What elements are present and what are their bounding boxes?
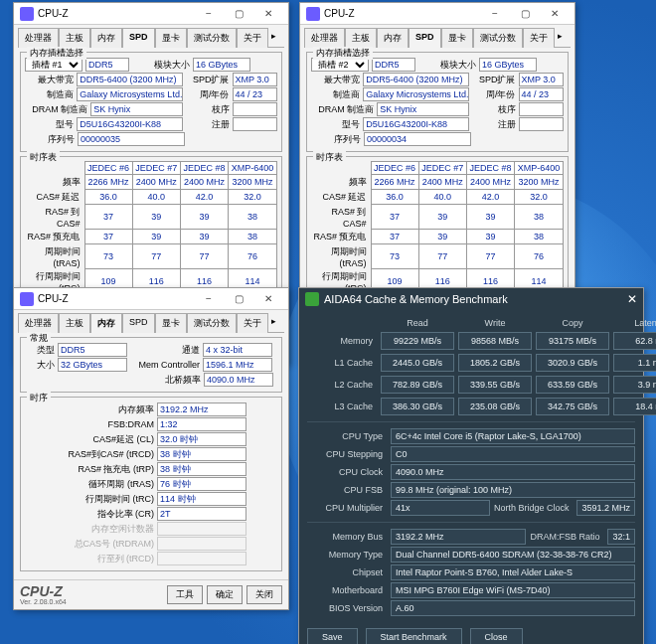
tabs-right-icon[interactable]: ▸ xyxy=(268,313,279,333)
col-latency: Latency xyxy=(613,318,656,328)
tab-about[interactable]: 关于 xyxy=(523,28,555,48)
tab-gpu[interactable]: 显卡 xyxy=(155,313,187,333)
tab-bench[interactable]: 测试分数 xyxy=(187,313,237,333)
cpu-fsb: 99.8 MHz (original: 100 MHz) xyxy=(391,482,635,498)
aida-titlebar[interactable]: AIDA64 Cache & Memory Benchmark ✕ xyxy=(299,288,643,310)
slot-group: 内存插槽选择 插槽 #1 DDR5 模块大小 16 GBytes 最大带宽 DD… xyxy=(20,52,282,152)
cpu-type: 6C+4c Intel Core i5 (Raptor Lake-S, LGA1… xyxy=(391,428,635,444)
timing-legend: 时序 xyxy=(27,392,51,404)
col-jedec8: JEDEC #8 xyxy=(180,162,228,175)
col-xmp: XMP-6400 xyxy=(229,162,277,175)
chipset: Intel Raptor Point-S B760, Intel Alder L… xyxy=(391,564,635,580)
row-cas: CAS# 延迟 xyxy=(25,190,84,205)
ok-button[interactable]: 确定 xyxy=(207,585,243,604)
tabs-right-icon[interactable]: ▸ xyxy=(555,28,566,48)
max-bw: DDR5-6400 (3200 MHz) xyxy=(77,73,183,86)
aida-row: L2 Cache782.89 GB/s339.55 GB/s633.59 GB/… xyxy=(307,376,635,394)
tab-mb[interactable]: 主板 xyxy=(59,28,90,48)
minimize-button[interactable]: − xyxy=(481,6,509,22)
tab-spd[interactable]: SPD xyxy=(409,28,441,48)
tab-mb[interactable]: 主板 xyxy=(345,28,377,48)
tab-spd[interactable]: SPD xyxy=(122,313,155,333)
bench-value[interactable]: 3020.9 GB/s xyxy=(536,354,609,372)
general-legend: 常规 xyxy=(27,332,51,345)
close-button2[interactable]: 关闭 xyxy=(246,585,282,604)
col-copy: Copy xyxy=(536,318,609,328)
bench-value[interactable]: 235.08 GB/s xyxy=(458,398,532,415)
col-jedec6: JEDEC #6 xyxy=(84,162,132,175)
bench-value[interactable]: 386.30 GB/s xyxy=(381,398,454,415)
tab-spd[interactable]: SPD xyxy=(122,28,155,48)
fsb-ratio: 1:32 xyxy=(157,417,246,431)
aida-icon xyxy=(305,292,319,306)
close-button2[interactable]: Close xyxy=(470,628,523,644)
close-button[interactable]: ✕ xyxy=(627,292,637,306)
bench-value[interactable]: 62.8 ns xyxy=(613,332,656,350)
tab-cpu[interactable]: 处理器 xyxy=(304,28,345,48)
save-button[interactable]: Save xyxy=(307,628,358,644)
bench-value[interactable]: 339.55 GB/s xyxy=(458,376,532,394)
maximize-button[interactable]: ▢ xyxy=(225,291,252,307)
mem-type: DDR5 xyxy=(58,343,127,357)
nb-clock: 3591.2 MHz xyxy=(576,500,635,516)
minimize-button[interactable]: − xyxy=(195,291,223,307)
trp: 38 时钟 xyxy=(157,462,246,476)
tab-about[interactable]: 关于 xyxy=(237,313,268,333)
slot-select[interactable]: 插槽 #1 xyxy=(25,58,82,72)
bench-value[interactable]: 93175 MB/s xyxy=(536,332,609,350)
tab-about[interactable]: 关于 xyxy=(237,28,268,48)
aida-title: AIDA64 Cache & Memory Benchmark xyxy=(324,293,508,305)
bench-value[interactable]: 2445.0 GB/s xyxy=(381,354,454,372)
bios: A.60 xyxy=(391,600,635,616)
sn-label: 序列号 xyxy=(25,133,75,146)
bench-value[interactable]: 98568 MB/s xyxy=(458,332,532,350)
titlebar[interactable]: CPU-Z − ▢ ✕ xyxy=(14,3,288,25)
aida-row: L3 Cache386.30 GB/s235.08 GB/s342.75 GB/… xyxy=(307,398,635,415)
slot-select[interactable]: 插槽 #2 xyxy=(311,58,369,72)
aida-window[interactable]: AIDA64 Cache & Memory Benchmark ✕ Read W… xyxy=(298,287,644,644)
bench-value[interactable]: 18.4 ns xyxy=(613,398,656,415)
close-button[interactable]: ✕ xyxy=(254,6,282,22)
sn: 00000034 xyxy=(364,132,471,146)
mem-type: DDR5 xyxy=(85,58,129,72)
pn-label: 型号 xyxy=(25,118,74,131)
close-button[interactable]: ✕ xyxy=(254,291,282,307)
app-icon xyxy=(20,292,34,306)
spdext: XMP 3.0 xyxy=(233,73,277,86)
tabs-right-icon[interactable]: ▸ xyxy=(268,28,279,48)
tab-gpu[interactable]: 显卡 xyxy=(155,28,187,48)
bench-value[interactable]: 3.9 ns xyxy=(613,376,656,394)
reg xyxy=(233,117,277,131)
tab-cpu[interactable]: 处理器 xyxy=(18,313,59,333)
cr: 2T xyxy=(157,507,246,521)
bench-value[interactable]: 1805.2 GB/s xyxy=(458,354,532,372)
col-read: Read xyxy=(381,318,454,328)
tab-mem[interactable]: 内存 xyxy=(90,313,122,333)
bench-value[interactable]: 342.75 GB/s xyxy=(536,398,609,415)
bench-value[interactable]: 782.89 GB/s xyxy=(381,376,454,394)
dram-mfr: SK Hynix xyxy=(90,102,183,116)
mfr: Galaxy Microsystems Ltd. xyxy=(77,87,183,101)
row-freq: 频率 xyxy=(25,175,84,190)
close-button[interactable]: ✕ xyxy=(541,6,569,22)
maximize-button[interactable]: ▢ xyxy=(511,6,539,22)
tools-button[interactable]: 工具 xyxy=(167,585,203,604)
bench-value[interactable]: 99229 MB/s xyxy=(381,332,454,350)
tab-bench[interactable]: 测试分数 xyxy=(473,28,523,48)
maximize-button[interactable]: ▢ xyxy=(225,6,252,22)
bench-value[interactable]: 1.1 ns xyxy=(613,354,656,372)
minimize-button[interactable]: − xyxy=(195,6,223,22)
tab-bench[interactable]: 测试分数 xyxy=(187,28,237,48)
start-benchmark-button[interactable]: Start Benchmark xyxy=(366,628,462,644)
tab-gpu[interactable]: 显卡 xyxy=(441,28,473,48)
app-icon xyxy=(306,7,320,21)
mfr-label: 制造商 xyxy=(25,88,74,101)
bench-value[interactable]: 633.59 GB/s xyxy=(536,376,609,394)
row-rp: RAS# 预充电 xyxy=(25,230,84,244)
cpuz-mem-window[interactable]: CPU-Z −▢✕ 处理器 主板 内存 SPD 显卡 测试分数 关于 ▸ 常规 … xyxy=(13,287,289,610)
tab-mem[interactable]: 内存 xyxy=(90,28,122,48)
tab-mb[interactable]: 主板 xyxy=(59,313,90,333)
tab-cpu[interactable]: 处理器 xyxy=(18,28,59,48)
pn: D5U16G43200I-K88 xyxy=(77,117,183,131)
tab-mem[interactable]: 内存 xyxy=(377,28,409,48)
